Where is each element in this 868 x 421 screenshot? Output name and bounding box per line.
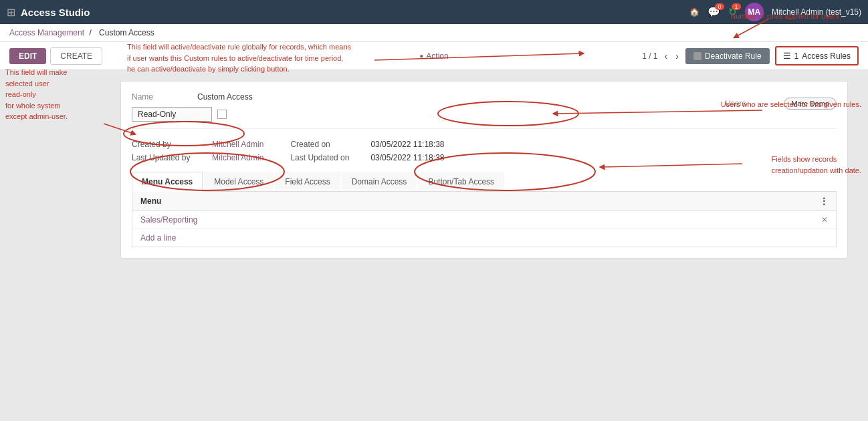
meta-group-left: Created by Mitchell Admin Last Updated b… [132,140,263,162]
name-label: Name [132,92,192,102]
breadcrumb: Access Management / Custom Access [0,24,868,42]
row-menu-value: Sales/Reporting [140,215,815,225]
col-menu-header: Menu [140,196,815,206]
create-button[interactable]: CREATE [50,47,102,65]
breadcrumb-current: Custom Access [99,28,154,37]
row-delete-icon[interactable]: ✕ [815,215,828,225]
created-on-value: 03/05/2022 11:18:38 [370,140,444,149]
last-updated-on-value: 03/05/2022 11:18:38 [370,153,444,162]
main-content: This field will active/deactivate rule g… [0,70,868,421]
last-updated-by-value: Mitchell Admin [212,153,263,162]
annotation-action-tooltip: This field will active/deactivate rule g… [127,41,351,75]
home-icon: 🏠 [689,7,699,17]
tab-button-tab-access[interactable]: Button/Tab Access [418,172,504,191]
last-updated-by-item: Last Updated by Mitchell Admin [132,153,263,162]
created-by-item: Created by Mitchell Admin [132,140,263,149]
activity-count: 1 [732,3,741,10]
annotation-readonly: This field will make selected user read-… [5,67,102,122]
readonly-group: Read-Only [132,107,253,122]
readonly-label-box: Read-Only [132,107,212,122]
add-line-button[interactable]: Add a line [132,229,836,247]
annotation-users: Users who are selected for this given ru… [721,100,861,108]
action-text: Action [426,51,448,61]
pagination: 1 / 1 [642,51,657,61]
col-actions-icon[interactable]: ⋮ [815,196,828,206]
created-by-value: Mitchell Admin [212,140,263,149]
home-icon-btn[interactable]: 🏠 [689,7,699,17]
created-by-label: Created by [132,140,205,149]
tab-model-access[interactable]: Model Access [204,172,274,191]
prev-page-button[interactable]: ‹ [663,51,669,61]
meta-group-right: Created on 03/05/2022 11:18:38 Last Upda… [290,140,444,162]
table-header: Menu ⋮ [132,192,836,211]
tabs-bar: Menu Access Model Access Field Access Do… [132,172,837,192]
last-updated-on-item: Last Updated on 03/05/2022 11:18:38 [290,153,444,162]
tab-content: Menu ⋮ Sales/Reporting ✕ Add a line [132,192,837,247]
last-updated-on-label: Last Updated on [290,153,364,162]
message-badge[interactable]: 💬 0 [708,6,720,18]
meta-row: Created by Mitchell Admin Last Updated b… [132,136,837,162]
app-title: Access Studio [21,7,90,18]
access-rules-button[interactable]: ☰ 1 Access Rules [775,46,859,65]
form-divider [132,128,837,129]
created-on-label: Created on [290,140,364,149]
action-label: ● Action [419,51,448,61]
last-updated-by-label: Last Updated by [132,153,205,162]
message-count: 0 [715,3,724,10]
edit-button[interactable]: EDIT [9,48,46,64]
name-group: Name Custom Access [132,92,253,102]
deactivate-icon [693,52,701,60]
tab-menu-access[interactable]: Menu Access [132,172,203,192]
breadcrumb-parent[interactable]: Access Management [9,28,84,37]
breadcrumb-separator: / [89,28,91,37]
deactivate-rule-button[interactable]: Deactivate Rule [685,48,770,64]
next-page-button[interactable]: › [674,51,680,61]
annotation-rules-number: Number of rules applied for users. [730,12,841,20]
tab-domain-access[interactable]: Domain Access [342,172,417,191]
name-value: Custom Access [197,92,253,102]
readonly-checkbox[interactable] [217,110,227,119]
grid-icon[interactable]: ⊞ [7,6,15,19]
name-section: Name Custom Access Read-Only [132,92,253,122]
toolbar-right: 1 / 1 ‹ › Deactivate Rule ☰ 1 Access Rul… [642,46,859,65]
action-dot: ● [419,52,423,59]
annotation-meta: Fields show records creation/updation wi… [771,154,861,176]
tab-field-access[interactable]: Field Access [275,172,340,191]
table-row: Sales/Reporting ✕ [132,211,836,229]
created-on-item: Created on 03/05/2022 11:18:38 [290,140,444,149]
list-icon: ☰ [783,51,791,61]
